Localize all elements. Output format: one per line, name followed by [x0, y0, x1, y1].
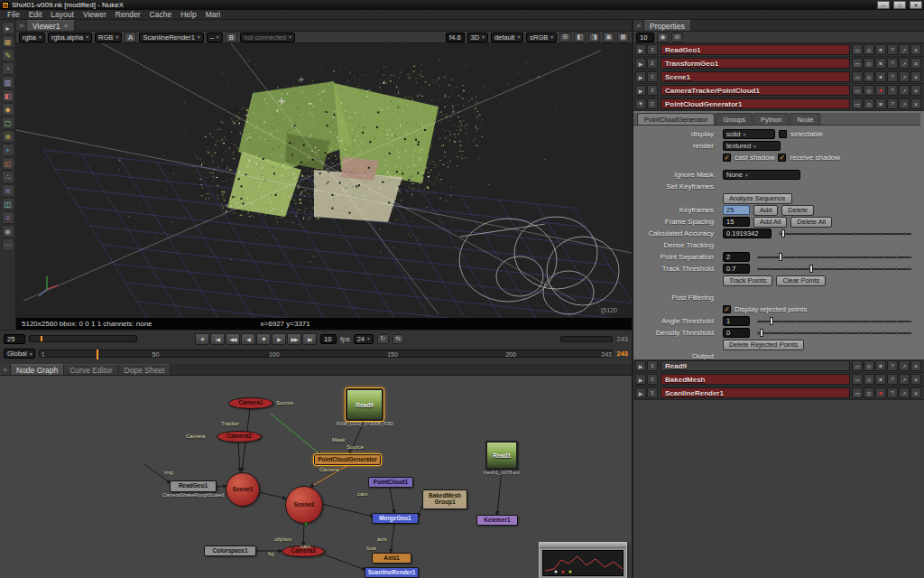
node-pointcloudgenerator[interactable]: PointCloudGenerator — [314, 454, 381, 465]
node-tile-icon[interactable]: ≡ — [647, 85, 658, 96]
alpha-channel-select[interactable]: rgba.alpha▾ — [48, 33, 92, 42]
node-title-bar[interactable]: Scene1 — [661, 71, 850, 82]
node-color-swatch[interactable]: ■ — [875, 360, 886, 371]
frame-slider[interactable] — [29, 335, 137, 342]
3d-icon[interactable]: ◱ — [2, 157, 14, 170]
timeline-current-frame-marker[interactable] — [97, 350, 98, 359]
max-panels-field[interactable]: 10 — [636, 33, 654, 42]
center-node-icon[interactable]: ⊙ — [864, 85, 874, 96]
color-icon[interactable]: ◧ — [2, 89, 14, 102]
fullscreen-icon[interactable]: ▦ — [617, 33, 629, 42]
tab-dope-sheet[interactable]: Dope Sheet — [119, 364, 171, 375]
proxy-toggle-icon[interactable]: ◨ — [588, 33, 600, 42]
node-axis1[interactable]: Axis1 — [372, 553, 411, 564]
goto-start-button[interactable]: |◀ — [210, 333, 225, 345]
node-tile-icon[interactable]: ≡ — [647, 360, 658, 371]
clear-panels-icon[interactable]: ⊘ — [671, 33, 683, 42]
expand-arrow-icon[interactable]: ▶ — [635, 85, 646, 96]
display-select[interactable]: solid▾ — [723, 129, 775, 139]
b-input-select[interactable]: not connected▾ — [240, 33, 295, 42]
clear-points-button[interactable]: Clear Points — [776, 275, 826, 286]
filter-icon[interactable]: ◆ — [2, 103, 14, 116]
delete-all-button[interactable]: Delete All — [790, 217, 832, 228]
pause-updates-button[interactable]: ❄ — [195, 333, 209, 345]
minimize-panel-icon[interactable]: ▭ — [852, 387, 863, 398]
floating-scope-panel[interactable] — [539, 542, 627, 578]
point-separation-slider[interactable] — [757, 253, 911, 261]
timeline-ruler[interactable]: 150100150200243 — [39, 350, 613, 358]
display-rejected-checkbox[interactable] — [723, 305, 731, 313]
menu-help[interactable]: Help — [176, 10, 200, 19]
point-separation-field[interactable]: 2 — [723, 252, 750, 262]
frame-increment-field[interactable]: 10 — [320, 334, 337, 344]
node-tile-icon[interactable]: ≡ — [647, 374, 658, 385]
node-camera1[interactable]: Camera1 — [228, 397, 273, 409]
center-node-icon[interactable]: ⊙ — [864, 387, 874, 398]
angle-threshold-slider[interactable] — [757, 317, 911, 325]
minimize-panel-icon[interactable]: ▭ — [852, 360, 863, 371]
menu-file[interactable]: File — [3, 10, 24, 19]
merge-icon[interactable]: ⊕ — [2, 130, 14, 143]
track-threshold-slider[interactable] — [757, 265, 911, 273]
close-panel-icon[interactable]: ✕ — [910, 387, 921, 398]
viewer-colorspace-select[interactable]: sRGB▾ — [526, 33, 557, 42]
image-icon[interactable]: ▦ — [2, 35, 14, 48]
node-color-swatch[interactable]: ■ — [875, 58, 886, 69]
tab-node-graph[interactable]: Node Graph — [11, 364, 64, 375]
transform-icon[interactable]: + — [2, 144, 14, 156]
step-back-button[interactable]: ◀ — [241, 333, 255, 345]
center-node-icon[interactable]: ⊙ — [864, 58, 874, 69]
fps-select[interactable]: 24▾ — [354, 334, 374, 344]
close-panel-icon[interactable]: ✕ — [910, 58, 921, 69]
node-title-bar[interactable]: TransformGeo1 — [661, 58, 850, 69]
minimize-panel-icon[interactable]: ▭ — [852, 85, 863, 96]
expand-arrow-icon[interactable]: ▼ — [635, 98, 646, 109]
help-icon[interactable]: ? — [887, 44, 898, 55]
node-tile-icon[interactable]: ≡ — [647, 71, 658, 82]
node-title-bar[interactable]: ReadGeo1 — [661, 44, 850, 55]
close-panel-icon[interactable]: ✕ — [910, 374, 921, 385]
deep-icon[interactable]: ≋ — [2, 184, 14, 197]
node-color-swatch[interactable]: ■ — [875, 85, 886, 96]
play-button[interactable]: ▶ — [272, 333, 286, 345]
expand-arrow-icon[interactable]: ▶ — [635, 360, 646, 371]
menu-layout[interactable]: Layout — [46, 10, 79, 19]
help-icon[interactable]: ? — [887, 58, 898, 69]
close-panel-icon[interactable]: ✕ — [910, 360, 921, 371]
float-panel-icon[interactable]: ↗ — [899, 58, 910, 69]
scope-title-bar[interactable] — [540, 543, 626, 548]
panel-menu-icon[interactable]: ≡ — [0, 364, 11, 375]
pin-icon[interactable]: ◉ — [657, 33, 669, 42]
delete-keyframe-button[interactable]: Delete — [781, 205, 814, 216]
render-select[interactable]: textured▾ — [723, 141, 781, 151]
channels-select[interactable]: rgba▾ — [19, 33, 45, 42]
track-threshold-field[interactable]: 0.7 — [723, 264, 750, 274]
ignore-mask-select[interactable]: None▾ — [723, 170, 800, 180]
menu-viewer[interactable]: Viewer — [79, 10, 111, 19]
tab-curve-editor[interactable]: Curve Editor — [64, 364, 118, 375]
wipe-blend-select[interactable]: –▾ — [207, 33, 223, 42]
tab-viewer1[interactable]: Viewer1 ✕ — [27, 20, 75, 31]
float-panel-icon[interactable]: ↗ — [899, 44, 910, 55]
node-color-swatch[interactable]: ■ — [875, 387, 886, 398]
node-colorspace1[interactable]: Colorspace1 — [204, 545, 256, 556]
center-node-icon[interactable]: ⊙ — [864, 98, 874, 109]
cursor-icon[interactable]: ▸ — [2, 22, 14, 34]
node-title-bar[interactable]: BakedMesh — [661, 374, 850, 385]
node-title-bar[interactable]: Read9 — [661, 360, 850, 371]
tab-groups[interactable]: Groups — [716, 113, 753, 125]
minimize-panel-icon[interactable]: ▭ — [852, 98, 863, 109]
float-panel-icon[interactable]: ↗ — [899, 360, 910, 371]
node-tile-icon[interactable]: ≡ — [647, 98, 658, 109]
float-panel-icon[interactable]: ↗ — [899, 387, 910, 398]
close-button[interactable]: ✕ — [910, 1, 922, 9]
expand-arrow-icon[interactable]: ▶ — [635, 44, 646, 55]
view-mode-select[interactable]: 3D▾ — [467, 33, 488, 42]
help-icon[interactable]: ? — [887, 71, 898, 82]
channel-icon[interactable]: ▥ — [2, 76, 14, 89]
gain-value[interactable]: f4.6 — [446, 33, 465, 42]
node-read3[interactable]: Read3mesh1_0078.exr — [485, 441, 518, 470]
add-keyframe-button[interactable]: Add — [753, 205, 778, 216]
menu-edit[interactable]: Edit — [24, 10, 47, 19]
float-panel-icon[interactable]: ↗ — [899, 85, 910, 96]
